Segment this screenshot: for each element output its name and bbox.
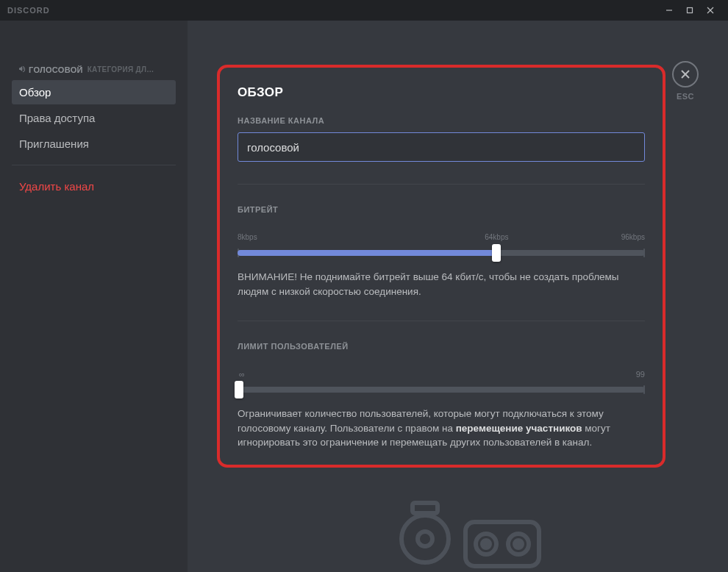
svg-point-6 [402,515,449,562]
volume-icon [18,65,26,74]
decorative-illustration [363,491,554,572]
esc-label: ESC [677,92,694,101]
divider [238,184,645,185]
sidebar-item-label: Приглашения [19,137,89,150]
delete-channel-button[interactable]: Удалить канал [12,174,176,199]
user-limit-max-label: 99 [636,370,645,379]
content-area: ESC ОБЗОР НАЗВАНИЕ КАНАЛА БИТРЕЙТ 8kbps … [188,21,728,572]
sidebar-item-invites[interactable]: Приглашения [12,132,176,156]
sidebar-divider [12,165,176,165]
sidebar-item-label: Обзор [19,86,51,99]
bitrate-tick [643,249,645,257]
user-limit-thumb[interactable] [235,381,243,398]
channel-name-label: НАЗВАНИЕ КАНАЛА [238,116,645,125]
settings-sidebar: ГОЛОСОВОЙ КАТЕГОРИЯ ДЛ… Обзор Права дост… [0,21,188,572]
svg-rect-8 [413,503,438,513]
user-limit-label: ЛИМИТ ПОЛЬЗОВАТЕЛЕЙ [238,342,645,351]
sidebar-item-permissions[interactable]: Права доступа [12,106,176,130]
user-limit-help: Ограничивает количество пользователей, к… [238,407,645,450]
sidebar-category-label: КАТЕГОРИЯ ДЛ… [88,65,154,74]
divider [238,321,645,321]
user-limit-slider-container: ∞ 99 [238,370,645,396]
window-maximize-button[interactable] [679,3,700,18]
app-window: DISCORD ГОЛОСОВОЙ КАТЕГОРИЯ ДЛ… Об [0,0,728,572]
user-limit-slider[interactable] [238,383,645,396]
user-limit-track [238,387,645,393]
svg-point-7 [418,532,432,546]
bitrate-tick-labels: 8kbps 64kbps 96kbps [238,233,645,243]
sidebar-item-overview[interactable]: Обзор [12,80,176,104]
window-minimize-button[interactable] [659,3,679,18]
user-limit-tick-labels: ∞ 99 [238,370,645,380]
panel-title: ОБЗОР [238,85,645,100]
svg-point-13 [515,540,522,548]
user-limit-tick [643,385,645,394]
bitrate-min-label: 8kbps [238,233,257,241]
delete-channel-label: Удалить канал [19,180,94,193]
sidebar-header: ГОЛОСОВОЙ КАТЕГОРИЯ ДЛ… [12,65,176,74]
app-body: ГОЛОСОВОЙ КАТЕГОРИЯ ДЛ… Обзор Права дост… [0,21,728,572]
bitrate-thumb[interactable] [492,244,501,262]
user-limit-min-label: ∞ [239,370,245,379]
titlebar: DISCORD [0,0,728,21]
bitrate-track [238,250,645,256]
bitrate-slider-container: 8kbps 64kbps 96kbps [238,233,645,260]
app-logo: DISCORD [7,6,50,15]
bitrate-slider[interactable] [238,246,645,260]
bitrate-warning: ВНИМАНИЕ! Не поднимайте битрейт выше 64 … [238,270,645,298]
bitrate-max-label: 96kbps [621,233,645,241]
close-settings-button[interactable]: ESC [672,61,699,101]
bitrate-fill [238,250,496,256]
svg-rect-1 [688,8,693,13]
overview-panel: ОБЗОР НАЗВАНИЕ КАНАЛА БИТРЕЙТ 8kbps 64kb… [217,65,665,468]
window-controls [659,3,721,18]
channel-name-input[interactable] [238,132,645,162]
sidebar-item-label: Права доступа [19,112,95,124]
close-icon [672,61,699,87]
bitrate-label: БИТРЕЙТ [238,205,645,214]
bitrate-mid-label: 64kbps [485,233,508,241]
sidebar-channel-name: ГОЛОСОВОЙ [29,65,83,74]
window-close-button[interactable] [700,3,721,18]
svg-point-11 [482,540,490,548]
